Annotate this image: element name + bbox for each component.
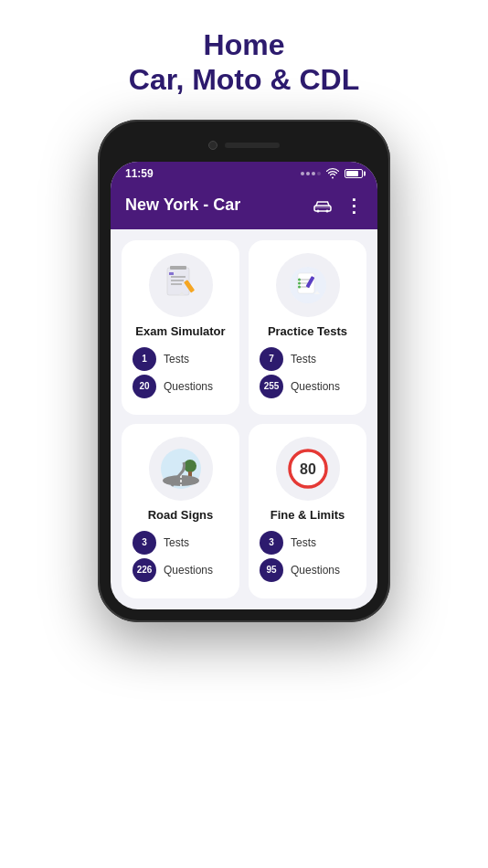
- road-signs-icon: [158, 446, 204, 492]
- svg-rect-0: [314, 206, 331, 211]
- exam-tests-label: Tests: [164, 353, 189, 365]
- status-bar: 11:59: [111, 162, 377, 185]
- road-signs-title: Road Signs: [148, 508, 214, 522]
- exam-simulator-icon-wrapper: [149, 253, 213, 317]
- app-header: New York - Car ⋮: [111, 185, 377, 229]
- fine-limits-icon: 80: [285, 446, 331, 492]
- signal-icon: [301, 172, 321, 175]
- svg-rect-8: [169, 272, 174, 275]
- svg-point-1: [317, 209, 320, 212]
- road-signs-tests-badge: 3: [133, 531, 156, 555]
- practice-tests-row: 7 Tests: [260, 347, 355, 371]
- fine-limits-questions-badge: 95: [260, 558, 283, 582]
- svg-point-22: [184, 460, 196, 472]
- road-signs-card[interactable]: Road Signs 3 Tests 226 Questions: [122, 424, 239, 598]
- fine-limits-questions-row: 95 Questions: [260, 558, 355, 582]
- fine-limits-tests-row: 3 Tests: [260, 531, 355, 555]
- road-signs-questions-label: Questions: [164, 564, 213, 577]
- svg-text:80: 80: [300, 461, 316, 477]
- phone-shell: 11:59: [98, 120, 390, 622]
- cards-grid: Exam Simulator 1 Tests 20 Questions: [111, 229, 377, 609]
- page-title: Home Car, Moto & CDL: [129, 27, 359, 98]
- practice-tests-card[interactable]: Practice Tests 7 Tests 255 Questions: [249, 240, 366, 415]
- road-signs-icon-wrapper: [149, 437, 213, 501]
- fine-limits-tests-label: Tests: [291, 536, 316, 549]
- exam-simulator-card[interactable]: Exam Simulator 1 Tests 20 Questions: [122, 240, 239, 415]
- battery-icon: [345, 169, 363, 178]
- fine-limits-questions-label: Questions: [291, 564, 340, 577]
- wifi-icon: [326, 168, 339, 179]
- more-options-icon[interactable]: ⋮: [345, 195, 363, 217]
- speaker-bar: [225, 143, 280, 148]
- practice-tests-badge: 7: [260, 347, 283, 371]
- phone-screen: 11:59: [111, 162, 377, 609]
- fine-limits-icon-wrapper: 80: [276, 437, 340, 501]
- svg-point-17: [298, 281, 301, 284]
- practice-questions-badge: 255: [260, 375, 283, 398]
- camera-dot: [208, 141, 217, 150]
- road-signs-questions-badge: 226: [133, 558, 156, 582]
- car-icon[interactable]: [312, 195, 334, 217]
- exam-tests-badge: 1: [133, 347, 156, 371]
- exam-questions-badge: 20: [133, 375, 156, 398]
- fine-limits-card[interactable]: 80 Fine & Limits 3 Tests 95 Questions: [249, 424, 366, 598]
- practice-tests-title: Practice Tests: [268, 324, 347, 338]
- fine-limits-tests-badge: 3: [260, 531, 283, 555]
- exam-tests-row: 1 Tests: [133, 347, 228, 371]
- practice-questions-label: Questions: [291, 380, 340, 393]
- exam-questions-row: 20 Questions: [133, 375, 228, 398]
- exam-simulator-icon: [158, 262, 204, 308]
- road-signs-questions-row: 226 Questions: [133, 558, 228, 582]
- practice-tests-label: Tests: [291, 353, 316, 365]
- time-display: 11:59: [125, 167, 154, 180]
- svg-point-18: [298, 285, 301, 288]
- header-icons: ⋮: [312, 195, 363, 217]
- status-right: [301, 168, 363, 179]
- practice-tests-icon: [285, 262, 331, 308]
- practice-questions-row: 255 Questions: [260, 375, 355, 398]
- road-signs-tests-label: Tests: [164, 536, 189, 549]
- fine-limits-title: Fine & Limits: [271, 508, 345, 522]
- page-wrapper: Home Car, Moto & CDL 11:59: [0, 0, 488, 868]
- practice-tests-icon-wrapper: [276, 253, 340, 317]
- svg-point-16: [298, 278, 301, 281]
- road-signs-tests-row: 3 Tests: [133, 531, 228, 555]
- svg-rect-4: [170, 266, 186, 270]
- phone-top-bar: [111, 132, 377, 158]
- app-header-title: New York - Car: [125, 196, 240, 215]
- svg-point-2: [326, 209, 329, 212]
- exam-questions-label: Questions: [164, 380, 213, 393]
- exam-simulator-title: Exam Simulator: [135, 324, 225, 338]
